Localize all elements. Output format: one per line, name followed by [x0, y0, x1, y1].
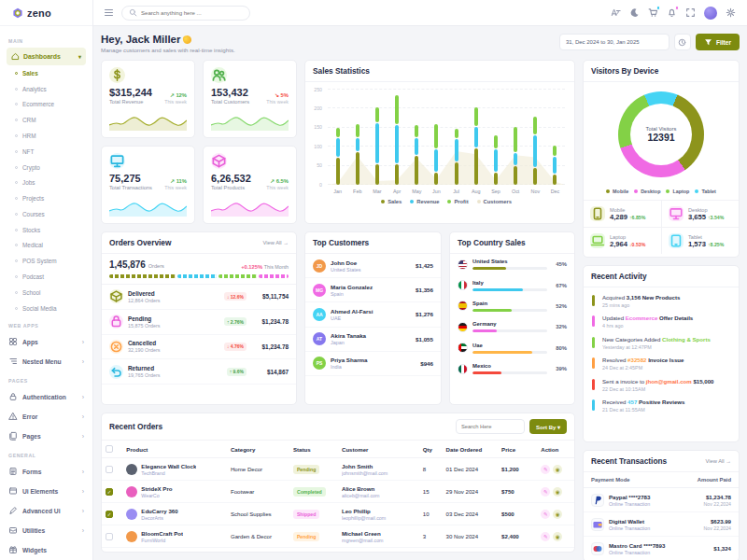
- card-title: Orders Overview: [109, 238, 171, 247]
- row-checkbox[interactable]: ✓: [106, 511, 113, 518]
- sidebar-menu-item[interactable]: Forms ›: [7, 462, 86, 482]
- dashboard-submenu: Sales Analytics Ecommerce CRM: [7, 65, 86, 316]
- top-customers-card: Top Customers JD John Doe United States: [304, 231, 442, 405]
- edit-pencil-button[interactable]: ✎: [541, 510, 550, 519]
- section-label-pages: PAGES: [8, 378, 84, 384]
- table-search-input[interactable]: [461, 424, 519, 429]
- stat-label: Total Products: [211, 185, 245, 190]
- product-image: [126, 509, 137, 520]
- pages-menu: Authentication › Error › Pages ›: [7, 387, 86, 446]
- date-range-input[interactable]: [559, 34, 669, 50]
- row-checkbox[interactable]: ✓: [106, 488, 113, 496]
- dark-mode-moon-icon[interactable]: [629, 7, 640, 18]
- sidebar-subitem[interactable]: NFT: [7, 144, 86, 160]
- sidebar-item-label: Dashboards: [23, 53, 61, 60]
- sidebar-menu-item[interactable]: Apps ›: [7, 332, 86, 352]
- sidebar-subitem[interactable]: Analytics: [7, 81, 86, 97]
- sort-by-button[interactable]: Sort By ▾: [529, 419, 567, 434]
- sidebar-subitem[interactable]: Podcast: [7, 269, 86, 285]
- sidebar-subitem[interactable]: Ecommerce: [7, 97, 86, 113]
- column-header: Qty: [419, 441, 443, 458]
- edit-pencil-button[interactable]: ✎: [541, 532, 550, 541]
- sidebar-menu-item[interactable]: Ui Elements ›: [7, 482, 86, 501]
- sidebar-subitem[interactable]: Jobs: [7, 175, 86, 190]
- edit-pencil-button[interactable]: ✎: [541, 465, 550, 474]
- country-percent: 80%: [552, 345, 567, 351]
- sidebar-subitem[interactable]: Projects: [7, 190, 86, 206]
- app-root: zeno MAIN Dashboards ▾ Sales A: [0, 0, 747, 560]
- sidebar-item-dashboards[interactable]: Dashboards ▾: [7, 48, 86, 65]
- hamburger-menu-icon[interactable]: [105, 9, 113, 16]
- column-header: Amount Paid: [698, 477, 731, 483]
- fullscreen-icon[interactable]: [685, 7, 696, 18]
- select-all-checkbox[interactable]: [106, 445, 113, 453]
- search-input[interactable]: [141, 9, 243, 16]
- order-status-name: Pending: [128, 315, 160, 322]
- legend-item: Revenue: [410, 199, 439, 204]
- device-change: ↑6.85%: [629, 215, 645, 220]
- menu-item-icon: [8, 545, 18, 554]
- history-clock-button[interactable]: [674, 34, 691, 50]
- row-checkbox[interactable]: ✓: [106, 466, 113, 473]
- filter-button[interactable]: Filter: [696, 34, 740, 50]
- country-row: Germany 32%: [450, 316, 574, 337]
- sidebar-menu-item[interactable]: Nested Menu ›: [7, 352, 86, 371]
- country-name: Germany: [472, 321, 547, 327]
- legend-item: Laptop: [666, 189, 689, 194]
- sidebar-menu-item[interactable]: Authentication ›: [7, 387, 86, 407]
- product-category: Home Decor: [227, 458, 289, 481]
- sidebar-subitem[interactable]: CRM: [7, 112, 86, 128]
- cart-icon[interactable]: [648, 7, 658, 18]
- sidebar-subitem[interactable]: POS System: [7, 253, 86, 269]
- view-eye-button[interactable]: ◉: [553, 510, 562, 519]
- order-status-icon: [109, 365, 123, 379]
- country-flag-icon: [458, 364, 468, 374]
- view-eye-button[interactable]: ◉: [553, 487, 562, 497]
- sidebar-menu-item[interactable]: Pages ›: [7, 427, 86, 446]
- country-bar-track: [472, 371, 547, 374]
- order-status-icon: [109, 315, 123, 329]
- sidebar-subitem[interactable]: HRM: [7, 128, 86, 144]
- table-search[interactable]: [456, 419, 525, 434]
- sidebar-subitem[interactable]: Courses: [7, 206, 86, 222]
- sidebar-subitem[interactable]: Crypto: [7, 160, 86, 175]
- sidebar-subitem[interactable]: Medical: [7, 238, 86, 254]
- activity-highlight: #32582: [627, 357, 646, 363]
- settings-gear-icon[interactable]: [726, 7, 736, 18]
- stat-label: Total Customers: [211, 99, 249, 105]
- product-image: [126, 464, 137, 475]
- view-all-link[interactable]: View All →: [262, 240, 289, 245]
- legend-dot-icon: [477, 200, 481, 203]
- card-title: Top Customers: [313, 238, 369, 247]
- menu-item-label: Widgets: [22, 547, 47, 553]
- sidebar-menu-item[interactable]: Widgets: [7, 540, 86, 560]
- sidebar-menu-item[interactable]: Utilities ›: [7, 521, 86, 540]
- global-search[interactable]: [121, 6, 250, 21]
- sidebar-subitem[interactable]: Social Media: [7, 301, 86, 316]
- column-header: Action: [537, 441, 574, 458]
- sidebar-menu-item[interactable]: Error ›: [7, 407, 86, 427]
- stat-icon: [211, 153, 227, 169]
- activity-item: Sent a invoice to jhon@gmail.com $15,000…: [592, 378, 730, 392]
- view-eye-button[interactable]: ◉: [553, 532, 562, 541]
- amount-paid: $623.99: [704, 518, 731, 525]
- stat-value: 6,26,532: [211, 173, 251, 184]
- country-percent: 45%: [552, 261, 567, 267]
- sidebar-subitem[interactable]: Stocks: [7, 222, 86, 238]
- row-checkbox[interactable]: ✓: [106, 533, 113, 540]
- view-eye-button[interactable]: ◉: [553, 465, 562, 474]
- view-all-link[interactable]: View All →: [705, 458, 731, 464]
- notifications-bell-icon[interactable]: [667, 7, 677, 18]
- sidebar-subitem[interactable]: School: [7, 285, 86, 301]
- stat-icon: [109, 67, 125, 83]
- customer-list: JD John Doe United States $1,425: [305, 254, 441, 376]
- user-avatar[interactable]: [704, 7, 717, 20]
- chevron-right-icon: ›: [82, 488, 84, 495]
- translate-icon[interactable]: [611, 7, 621, 18]
- sidebar-subitem[interactable]: Sales: [7, 65, 86, 81]
- chevron-right-icon: ›: [82, 394, 84, 400]
- edit-pencil-button[interactable]: ✎: [541, 487, 550, 497]
- country-flag-icon: [458, 322, 468, 332]
- customer-name: John Doe: [331, 259, 360, 266]
- sidebar-menu-item[interactable]: Advanced Ui ›: [7, 501, 86, 521]
